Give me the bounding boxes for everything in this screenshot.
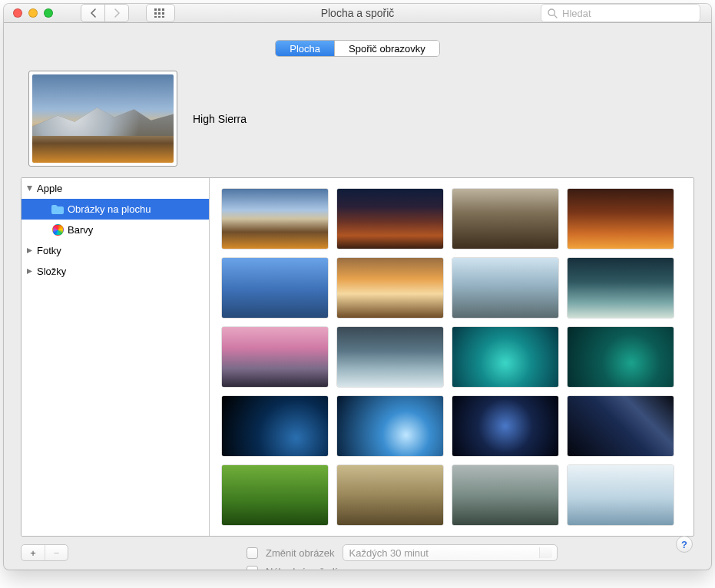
preview-row: High Sierra: [21, 71, 694, 177]
zoom-button[interactable]: [44, 8, 53, 18]
wallpaper-thumb-ice[interactable]: [568, 465, 674, 525]
search-input[interactable]: [562, 8, 693, 19]
source-item-apple[interactable]: Apple: [22, 178, 209, 199]
random-order-checkbox[interactable]: [247, 566, 258, 570]
folder-icon: [51, 205, 65, 214]
wallpaper-thumb-elcap-day[interactable]: [452, 189, 558, 249]
window-controls: [13, 8, 53, 18]
tab-screensaver[interactable]: Spořič obrazovky: [334, 41, 439, 56]
wallpaper-thumb-elcap-sunset[interactable]: [568, 189, 674, 249]
current-wallpaper-preview: [28, 71, 177, 167]
grid-icon: [154, 8, 167, 18]
disclosure-triangle-icon[interactable]: [26, 268, 34, 275]
tab-segment: Plocha Spořič obrazovky: [275, 40, 439, 57]
close-button[interactable]: [13, 8, 22, 18]
interval-value: Každých 30 minut: [349, 547, 429, 559]
svg-rect-8: [162, 16, 164, 18]
random-order-row: Náhodné pořadí: [247, 566, 558, 570]
source-item-label: Fotky: [37, 245, 61, 256]
minimize-button[interactable]: [28, 8, 38, 18]
help-button[interactable]: ?: [676, 536, 693, 553]
source-item-label: Složky: [37, 266, 66, 277]
panel: Plocha Spořič obrazovky High Sierra Appl…: [4, 23, 711, 570]
tab-desktop[interactable]: Plocha: [276, 41, 334, 56]
search-icon: [548, 8, 558, 18]
wallpaper-thumb-elcap-morning[interactable]: [452, 258, 558, 318]
svg-rect-0: [154, 8, 157, 11]
wallpaper-thumb-yosemite-peaks[interactable]: [222, 327, 328, 387]
wallpaper-thumb-mavericks[interactable]: [568, 327, 674, 387]
chevron-right-icon: [114, 8, 121, 18]
random-order-label: Náhodné pořadí: [266, 566, 337, 570]
titlebar: Plocha a spořič: [4, 4, 711, 23]
source-item-photos[interactable]: Fotky: [22, 240, 209, 261]
remove-folder-button: −: [45, 545, 68, 560]
wallpaper-thumb-elcap-blue[interactable]: [222, 258, 328, 318]
stepper-arrows-icon: [545, 550, 550, 557]
source-item-desktops[interactable]: Obrázky na plochu: [22, 199, 209, 220]
wallpaper-thumb-high-sierra[interactable]: [222, 189, 328, 249]
show-all-button[interactable]: [146, 4, 175, 22]
wallpaper-thumb-wave[interactable]: [452, 327, 558, 387]
wallpaper-thumb-green-fields[interactable]: [222, 465, 328, 525]
svg-rect-4: [158, 12, 161, 15]
wallpaper-thumb-earth-day[interactable]: [337, 396, 443, 456]
svg-rect-1: [158, 8, 161, 11]
disclosure-triangle-icon[interactable]: [26, 247, 34, 254]
wallpaper-thumb-yosemite-valley[interactable]: [568, 258, 674, 318]
svg-rect-5: [162, 12, 164, 15]
nav-buttons: [81, 4, 129, 22]
nav-back-button[interactable]: [81, 4, 105, 22]
wallpaper-grid: [210, 178, 693, 536]
change-picture-row: Změnit obrázek Každých 30 minut: [247, 544, 558, 561]
wallpaper-thumb-sierra[interactable]: [337, 189, 443, 249]
disclosure-triangle-icon[interactable]: [26, 185, 34, 192]
source-list[interactable]: AppleObrázky na plochuBarvyFotkySložky: [22, 178, 210, 536]
source-item-label: Apple: [37, 183, 62, 194]
svg-rect-6: [154, 16, 157, 18]
source-item-label: Barvy: [68, 224, 93, 236]
change-picture-label: Změnit obrázek: [266, 547, 335, 559]
wallpaper-thumb-foggy-forest[interactable]: [452, 465, 558, 525]
svg-rect-3: [154, 12, 157, 15]
source-item-colors[interactable]: Barvy: [22, 220, 209, 240]
svg-rect-7: [158, 16, 161, 18]
wallpaper-thumb-milky-way[interactable]: [568, 396, 674, 456]
add-remove-group: + −: [21, 544, 68, 561]
search-field[interactable]: [541, 4, 700, 22]
current-wallpaper-image: [32, 74, 174, 163]
svg-rect-2: [162, 8, 164, 11]
svg-line-10: [554, 15, 558, 18]
wallpaper-thumb-elcap-dusk[interactable]: [337, 258, 443, 318]
source-item-folders[interactable]: Složky: [22, 261, 209, 282]
interval-popup[interactable]: Každých 30 minut: [343, 544, 558, 561]
current-wallpaper-name: High Sierra: [193, 113, 247, 125]
wallpaper-grid-scroll[interactable]: [210, 178, 693, 536]
wallpaper-thumb-yosemite-lake[interactable]: [337, 327, 443, 387]
add-folder-button[interactable]: +: [22, 545, 45, 560]
chevron-left-icon: [90, 8, 97, 18]
wallpaper-thumb-golden-hills[interactable]: [337, 465, 443, 525]
wallpaper-thumb-earth-night[interactable]: [222, 396, 328, 456]
nav-forward-button[interactable]: [104, 4, 129, 22]
colorwheel-icon: [51, 224, 65, 236]
source-item-label: Obrázky na plochu: [68, 203, 151, 215]
change-picture-checkbox[interactable]: [247, 547, 258, 559]
bottom-controls: + − Změnit obrázek Každých 30 minut: [21, 544, 694, 570]
wallpaper-thumb-galaxy[interactable]: [452, 396, 558, 456]
content-split: AppleObrázky na plochuBarvyFotkySložky: [21, 177, 694, 537]
options: Změnit obrázek Každých 30 minut Náhodné …: [247, 544, 558, 570]
prefs-window: Plocha a spořič Plocha Spořič obrazovky …: [4, 4, 711, 570]
